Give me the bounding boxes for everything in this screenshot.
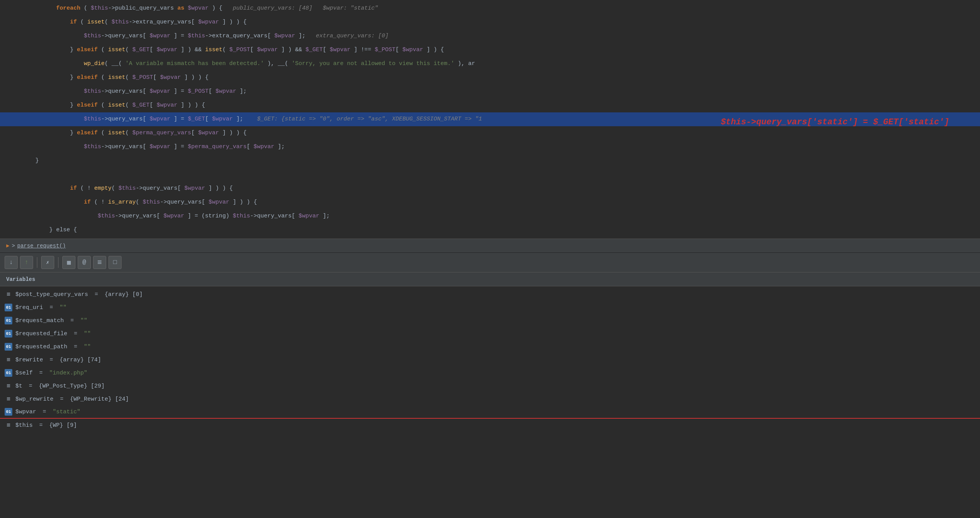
variables-view-button[interactable]: ≡ — [93, 256, 106, 269]
variables-header: Variables — [0, 272, 980, 286]
variables-panel: Variables ≡ $post_type_query_vars = {arr… — [0, 272, 980, 518]
breadcrumb-separator2: > — [12, 243, 15, 249]
variables-title: Variables — [6, 276, 35, 282]
breadcrumb-bar: ► > parse_request() — [0, 239, 980, 252]
var-item-requested-path[interactable]: 01 $requested_path = "" — [0, 340, 980, 353]
scalar-icon: 01 — [5, 330, 12, 338]
array-expand-icon: ≡ — [5, 356, 12, 364]
var-item-post-type-query-vars[interactable]: ≡ $post_type_query_vars = {array} [0] — [0, 288, 980, 301]
code-content: foreach ( $this->public_query_vars as $w… — [0, 0, 980, 239]
var-item-t[interactable]: ≡ $t = {WP_Post_Type} [29] — [0, 379, 980, 393]
debug-toolbar: ↓ ↑ ✗ ▦ @ ≡ □ — [0, 252, 980, 272]
var-item-wpvar[interactable]: 01 $wpvar = "static" — [0, 406, 980, 419]
code-editor: foreach ( $this->public_query_vars as $w… — [0, 0, 980, 239]
scalar-icon: 01 — [5, 343, 12, 351]
stop-button[interactable]: ✗ — [41, 256, 54, 269]
breadcrumb-item[interactable]: parse_request() — [17, 243, 66, 249]
breadcrumb-separator: ► — [6, 243, 9, 249]
scalar-icon: 01 — [5, 304, 12, 311]
var-item-wp-rewrite[interactable]: ≡ $wp_rewrite = {WP_Rewrite} [24] — [0, 393, 980, 406]
array-expand-icon: ≡ — [5, 395, 12, 403]
frames-button[interactable]: ▦ — [62, 256, 75, 269]
scalar-icon: 01 — [5, 317, 12, 324]
main-container: foreach ( $this->public_query_vars as $w… — [0, 0, 980, 518]
code-line-17[interactable]: } else { — [0, 223, 980, 237]
array-expand-icon: ≡ — [5, 421, 12, 429]
var-item-rewrite[interactable]: ≡ $rewrite = {array} [74] — [0, 353, 980, 366]
array-expand-icon: ≡ — [5, 291, 12, 298]
toolbar-separator-2 — [58, 257, 58, 268]
var-item-this[interactable]: ≡ $this = {WP} [9] — [0, 419, 980, 432]
var-item-self[interactable]: 01 $self = "index.php" — [0, 366, 980, 379]
var-item-requested-file[interactable]: 01 $requested_file = "" — [0, 327, 980, 340]
watches-button[interactable]: @ — [78, 256, 91, 269]
variables-list[interactable]: ≡ $post_type_query_vars = {array} [0] 01… — [0, 286, 980, 518]
var-item-req-uri[interactable]: 01 $req_uri = "" — [0, 301, 980, 314]
array-expand-icon: ≡ — [5, 382, 12, 390]
code-line-11[interactable]: $this->query_vars[ $wpvar ] = $perma_que… — [0, 140, 980, 154]
code-line-12[interactable]: } — [0, 154, 980, 168]
scalar-icon: 01 — [5, 408, 12, 416]
toolbar-separator-1 — [37, 257, 37, 268]
console-button[interactable]: □ — [108, 256, 122, 269]
scalar-icon: 01 — [5, 369, 12, 377]
code-line-16[interactable]: $this->query_vars[ $wpvar ] = (string) $… — [0, 209, 980, 223]
step-over-button[interactable]: ↓ — [5, 256, 18, 269]
step-up-button[interactable]: ↑ — [20, 256, 33, 269]
var-item-request-match[interactable]: 01 $request_match = "" — [0, 314, 980, 327]
